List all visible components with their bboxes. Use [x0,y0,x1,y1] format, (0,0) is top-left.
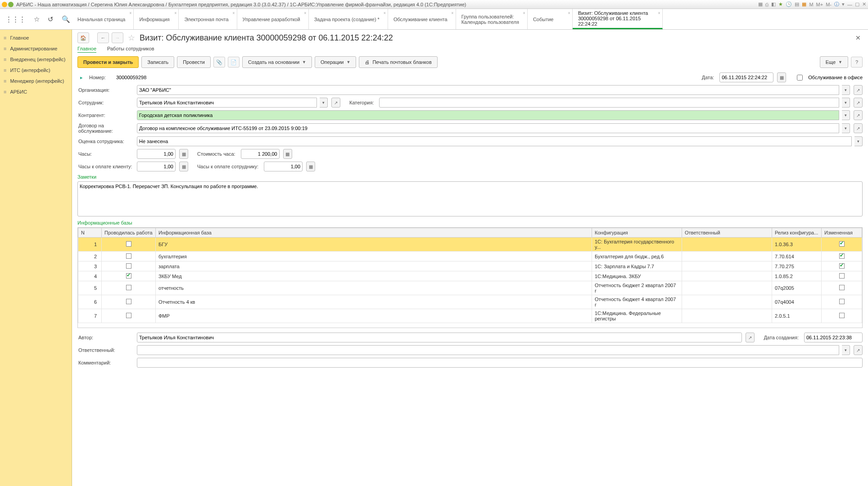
contract-input[interactable] [139,124,837,133]
help-button[interactable]: ? [851,57,863,68]
rating-dropdown[interactable]: ▾ [854,136,863,146]
hour-cost-calc[interactable]: ▦ [283,149,292,159]
tab-close-icon[interactable]: × [568,11,570,15]
titlebar-icon[interactable]: ⎙ [765,2,769,7]
org-dropdown[interactable]: ▾ [842,85,850,95]
worked-checkbox[interactable] [126,241,131,247]
tab[interactable]: Обслуживание клиента× [388,9,456,29]
changed-checkbox[interactable] [839,285,845,290]
table-row[interactable]: 5отчетностьОтчетность бюджет 2 квартал 2… [78,281,862,295]
changed-checkbox[interactable] [839,273,845,279]
table-row[interactable]: 1БГУ1С: Бухгалтерия государственного у..… [78,238,862,252]
changed-checkbox[interactable] [839,263,845,269]
changed-checkbox[interactable] [839,253,845,259]
sidebar-item[interactable]: ≡Администрирование [0,43,72,54]
hours-calc[interactable]: ▦ [179,149,188,159]
hour-cost-input[interactable] [243,149,277,158]
tab-close-icon[interactable]: × [304,11,306,15]
contract-dropdown[interactable]: ▾ [842,123,850,133]
sidebar-item[interactable]: ≡АРБИС [0,86,72,97]
home-button[interactable]: 🏠 [77,32,89,43]
subtab-main[interactable]: Главное [77,46,96,53]
tab-close-icon[interactable]: × [232,11,235,15]
worked-checkbox[interactable] [126,299,131,304]
tab[interactable]: Визит: Обслуживание клиента30000059298 о… [573,9,663,29]
close-page-button[interactable]: ✕ [854,32,863,43]
create-based-button[interactable]: Создать на основании▼ [242,56,312,68]
tab-close-icon[interactable]: × [129,11,131,15]
tab[interactable]: Задача проекта (создание) *× [309,9,388,29]
changed-checkbox[interactable] [839,241,845,247]
resp-open[interactable]: ↗ [854,345,863,355]
tab[interactable]: Информация× [134,9,179,29]
tab-close-icon[interactable]: × [658,11,660,15]
sidebar-item[interactable]: ≡Менеджер (интерфейс) [0,76,72,86]
changed-checkbox[interactable] [839,299,845,304]
tab-close-icon[interactable]: × [174,11,176,15]
worked-checkbox[interactable] [126,253,131,259]
subtab-works[interactable]: Работы сотрудников [107,46,154,53]
mplus-icon[interactable]: M+ [816,2,823,7]
hours-client-calc[interactable]: ▦ [179,162,188,171]
titlebar-icon[interactable]: ◧ [771,1,776,7]
calendar-button[interactable]: ▦ [777,72,786,82]
sidebar-item[interactable]: ≡ИТС (интерфейс) [0,65,72,76]
emp-input[interactable] [139,98,315,107]
org-input[interactable] [139,86,837,94]
agent-dropdown[interactable]: ▾ [842,110,850,120]
more-button[interactable]: Еще▼ [820,56,848,68]
resp-dropdown[interactable]: ▾ [842,345,850,355]
mminus-icon[interactable]: M- [826,2,832,7]
history-icon[interactable]: ↺ [48,15,54,23]
tab[interactable]: Группа пользователей:Календарь пользоват… [456,9,528,29]
created-input[interactable] [806,333,860,342]
search-icon[interactable]: 🔍 [62,15,70,23]
author-input[interactable] [139,333,740,342]
post-button[interactable]: Провести [177,56,211,68]
dropdown-icon[interactable]: ▾ [842,1,845,7]
author-open[interactable]: ↗ [746,333,755,342]
worked-checkbox[interactable] [126,263,131,269]
star-icon[interactable]: ☆ [128,33,135,43]
org-open[interactable]: ↗ [854,85,863,95]
rating-input[interactable] [139,137,850,146]
hours-emp-input[interactable] [266,162,300,171]
tab-close-icon[interactable]: × [384,11,386,15]
tab[interactable]: Начальная страница× [72,9,134,29]
titlebar-icon[interactable]: ▤ [795,1,799,7]
agent-open[interactable]: ↗ [854,110,863,120]
table-row[interactable]: 7ФМР1С:Медицина. Федеральные регистры2.0… [78,309,862,323]
worked-checkbox[interactable] [126,313,131,318]
tab-close-icon[interactable]: × [523,11,525,15]
titlebar-icon[interactable]: ★ [778,1,783,7]
back-button[interactable]: ← [97,32,109,43]
cat-dropdown[interactable]: ▾ [842,98,850,108]
table-row[interactable]: 3зарплата1С: Зарплата и Кадры 7.77.70.27… [78,261,862,271]
changed-checkbox[interactable] [839,313,845,318]
copy-button[interactable]: 📄 [228,57,240,68]
cat-input[interactable] [381,98,837,107]
resp-input[interactable] [139,346,837,355]
emp-dropdown[interactable]: ▾ [320,98,328,108]
close-icon[interactable]: ✕ [862,1,866,7]
hours-emp-calc[interactable]: ▦ [306,162,315,171]
info-icon[interactable]: ⓘ [834,1,839,8]
cat-open[interactable]: ↗ [854,98,863,108]
tab[interactable]: Событие× [528,9,573,29]
worked-checkbox[interactable] [126,273,131,279]
sidebar-item[interactable]: ≡Внедренец (интерфейс) [0,54,72,65]
table-row[interactable]: 4ЗКБУ Мед1С:Медицина. ЗКБУ1.0.85.2 [78,271,862,281]
tab-close-icon[interactable]: × [451,11,453,15]
print-forms-button[interactable]: 🖨Печать почтовых бланков [359,56,437,68]
save-button[interactable]: Записать [141,56,174,68]
comment-input[interactable] [139,358,860,367]
notes-textarea[interactable] [77,181,863,216]
titlebar-icon[interactable]: ▦ [802,1,806,7]
operations-button[interactable]: Операции▼ [315,56,356,68]
titlebar-icon[interactable]: 🕓 [786,1,792,7]
date-input[interactable] [722,73,771,82]
maximize-icon[interactable]: ▢ [855,1,859,7]
post-and-close-button[interactable]: Провести и закрыть [77,56,139,68]
sidebar-item[interactable]: ≡Главное [0,32,72,43]
contract-open[interactable]: ↗ [854,123,863,133]
